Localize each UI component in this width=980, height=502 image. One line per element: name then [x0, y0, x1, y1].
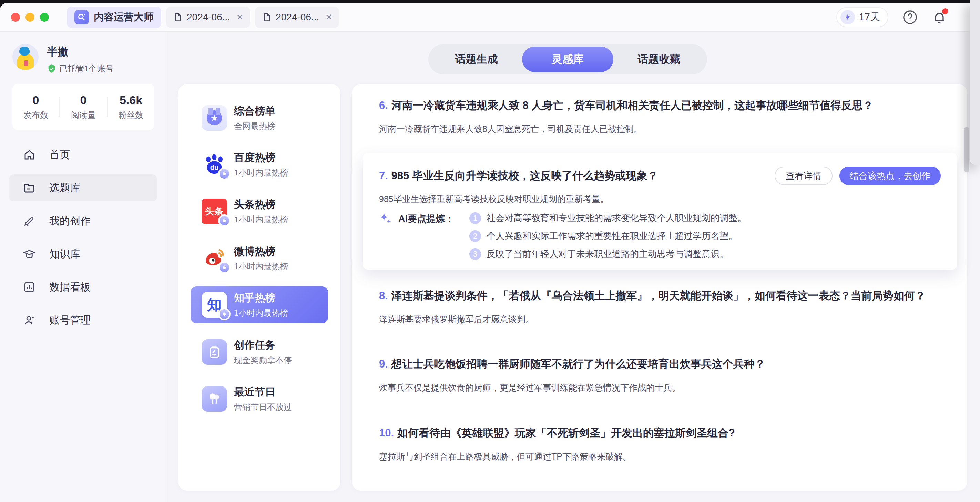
topic-number: 10. [379, 427, 394, 439]
verified-shield-icon [47, 64, 57, 73]
topic-item-6[interactable]: 6.河南一冷藏货车违规乘人致 8 人身亡，货车司机和相关责任人已被控制，这起事故… [379, 98, 926, 135]
user-profile[interactable]: 半撇 已托管1个账号 [13, 44, 113, 74]
topic-desc: 泽连斯基要求俄罗斯撤军后才愿意谈判。 [379, 314, 926, 325]
bar-chart-icon [23, 281, 35, 293]
ai-summary-label: AI要点提炼： [398, 213, 454, 225]
traffic-lights [11, 13, 49, 22]
stats-card: 0 发布数 0 阅读量 5.6k 粉丝数 [13, 84, 154, 130]
window-titlebar: 内容运营大师 2024-06... ✕ 2024-06... ✕ [0, 3, 980, 32]
sidebar-item-data-dashboard[interactable]: 数据看板 [9, 274, 157, 301]
stat-value: 5.6k [108, 94, 154, 107]
app-home-tab[interactable]: 内容运营大师 [67, 6, 161, 28]
app-tab-label: 内容运营大师 [94, 10, 154, 24]
stat-label: 发布数 [13, 110, 59, 121]
stat-value: 0 [60, 94, 107, 107]
board-subtitle: 1小时内最热榜 [234, 214, 288, 225]
notifications-button[interactable] [932, 10, 947, 25]
managed-accounts-label: 已托管1个账号 [59, 63, 113, 74]
sidebar-item-label: 我的创作 [49, 214, 91, 228]
sidebar-item-label: 数据看板 [49, 280, 91, 295]
flame-badge-icon [218, 167, 231, 180]
app-logo-icon [75, 10, 89, 24]
board-subtitle: 1小时内最热榜 [234, 261, 288, 272]
point-text: 个人兴趣和实际工作需求的重要性在职业选择上超过学历名望。 [487, 230, 737, 242]
topic-item-10[interactable]: 10.如何看待由《英雄联盟》玩家「不死斩剑圣」开发出的塞拉斯剑圣组合? 塞拉斯与… [379, 426, 926, 462]
sidebar-item-knowledge-base[interactable]: 知识库 [9, 241, 157, 268]
user-icon [23, 314, 35, 327]
app-window: 内容运营大师 2024-06... ✕ 2024-06... ✕ [0, 3, 980, 502]
board-item-baidu[interactable]: du 百度热榜 1小时内最热榜 [202, 151, 288, 178]
tab-topic-generation[interactable]: 话题生成 [431, 46, 522, 72]
medal-icon: ★ [202, 105, 227, 131]
toutiao-icon: 头条 [202, 199, 227, 224]
view-details-button[interactable]: 查看详情 [775, 167, 832, 185]
trial-days-pill[interactable]: 17天 [836, 7, 888, 27]
file-icon [173, 13, 183, 22]
point-text: 反映了当前年轻人对于未来职业道路的主动思考与调整意识。 [487, 248, 729, 260]
board-subtitle: 现金奖励拿不停 [234, 355, 292, 366]
topic-number: 8. [379, 290, 388, 302]
scrollbar-thumb[interactable] [964, 127, 969, 172]
board-item-tasks[interactable]: 创作任务 现金奖励拿不停 [202, 339, 292, 365]
point-number-badge: 1 [469, 212, 481, 224]
create-from-topic-button[interactable]: 结合该热点，去创作 [839, 167, 941, 185]
sidebar-item-account-management[interactable]: 账号管理 [9, 307, 157, 334]
folder-icon [23, 182, 35, 194]
graduation-cap-icon [23, 248, 35, 260]
topic-title: 如何看待由《英雄联盟》玩家「不死斩剑圣」开发出的塞拉斯剑圣组合? [397, 427, 735, 439]
board-subtitle: 营销节日不放过 [234, 402, 292, 413]
topic-item-7-card[interactable]: 7.985 毕业生反向升学读技校，这反映了什么趋势或现象？ 查看详情 结合该热点… [363, 153, 957, 270]
board-item-zhihu-selected[interactable]: 知 知乎热榜 1小时内最热榜 [191, 286, 328, 324]
festival-balloons-icon [202, 386, 227, 412]
home-icon [23, 148, 35, 161]
point-number-badge: 3 [469, 248, 481, 260]
topic-title: 河南一冷藏货车违规乘人致 8 人身亡，货车司机和相关责任人已被控制，这起事故哪些… [391, 99, 873, 112]
sidebar-item-label: 选题库 [49, 181, 80, 195]
board-title: 头条热榜 [234, 198, 288, 212]
document-tab-1[interactable]: 2024-06... ✕ [166, 6, 250, 28]
tab-topic-favorites[interactable]: 话题收藏 [613, 46, 705, 72]
topic-item-8[interactable]: 8.泽连斯基提谈判条件，「若俄从『乌合法领土上撤军』，明天就能开始谈」，如何看待… [379, 288, 926, 325]
board-item-composite[interactable]: ★ 综合榜单 全网最热榜 [202, 105, 275, 131]
stat-reads: 0 阅读量 [60, 94, 107, 121]
zhihu-icon: 知 [202, 292, 227, 317]
stat-value: 0 [13, 94, 59, 107]
flame-badge-icon [218, 308, 231, 320]
avatar [13, 44, 38, 70]
board-title: 百度热榜 [234, 151, 288, 165]
zoom-window-button[interactable] [40, 13, 49, 22]
sidebar: 半撇 已托管1个账号 0 发布数 0 阅读量 [0, 32, 166, 502]
sidebar-item-home[interactable]: 首页 [9, 141, 157, 168]
flame-badge-icon [218, 261, 231, 274]
board-title: 微博热榜 [234, 244, 288, 258]
board-item-festivals[interactable]: 最近节日 营销节日不放过 [202, 386, 292, 412]
topic-item-9[interactable]: 9.想让士兵吃饱饭招聘一群厨师随军不就行了为什么还要培育出炊事兵这个兵种？ 炊事… [379, 357, 926, 394]
hot-boards-panel: ★ 综合榜单 全网最热榜 du 百度热榜 [178, 84, 340, 491]
topic-desc: 985毕业生选择重新高考读技校反映对职业规划的重新考量。 [379, 193, 609, 205]
close-tab-icon[interactable]: ✕ [325, 13, 332, 22]
topic-title: 985 毕业生反向升学读技校，这反映了什么趋势或现象？ [391, 170, 658, 182]
minimize-window-button[interactable] [25, 13, 35, 22]
topic-title: 想让士兵吃饱饭招聘一群厨师随军不就行了为什么还要培育出炊事兵这个兵种？ [391, 358, 765, 370]
close-window-button[interactable] [11, 13, 20, 22]
board-subtitle: 1小时内最热榜 [234, 308, 288, 319]
board-item-toutiao[interactable]: 头条 头条热榜 1小时内最热榜 [202, 198, 288, 225]
sidebar-item-label: 首页 [49, 148, 70, 162]
topic-desc: 塞拉斯与剑圣组合在上路极具威胁，但可通过TP下路策略来破解。 [379, 451, 926, 462]
flame-badge-icon [218, 214, 231, 227]
main-tab-bar: 话题生成 灵感库 话题收藏 [428, 44, 707, 75]
help-button[interactable] [902, 9, 918, 25]
board-item-weibo[interactable]: 微博热榜 1小时内最热榜 [202, 245, 288, 271]
document-tab-2[interactable]: 2024-06... ✕ [255, 6, 339, 28]
close-tab-icon[interactable]: ✕ [236, 13, 243, 22]
sidebar-item-my-creations[interactable]: 我的创作 [9, 207, 157, 234]
board-subtitle: 全网最热榜 [234, 121, 275, 132]
topic-number: 7. [379, 170, 388, 182]
weibo-icon [202, 245, 227, 271]
tab-inspiration-library[interactable]: 灵感库 [522, 46, 613, 72]
ai-points-list: 1 社会对高等教育和专业技能的需求变化导致个人职业规划的调整。 2 个人兴趣和实… [469, 212, 746, 260]
board-title: 创作任务 [234, 338, 292, 352]
notification-badge [942, 8, 948, 14]
doc-tab-label: 2024-06... [276, 12, 319, 23]
sidebar-item-topic-library[interactable]: 选题库 [9, 174, 157, 201]
